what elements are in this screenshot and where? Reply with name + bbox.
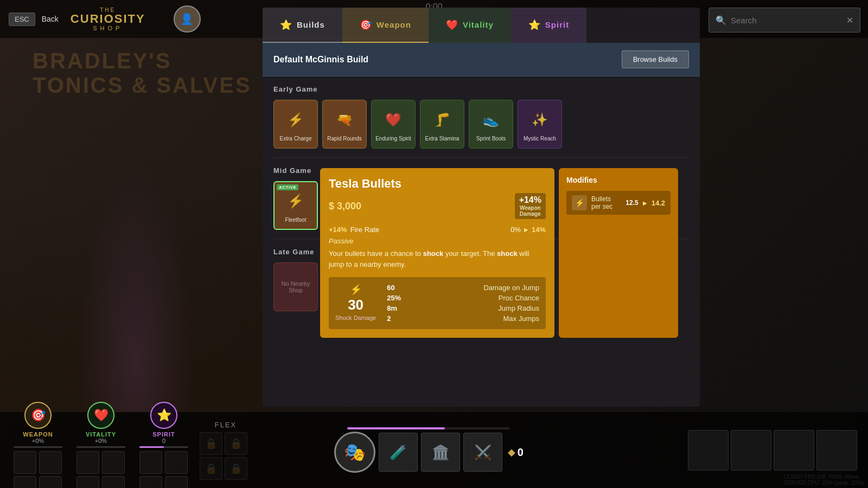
star-icon: ⭐ (280, 19, 292, 31)
tstat-max-jumps: 2 Max Jumps (387, 314, 539, 323)
flex-slot-4[interactable]: 🔒 (225, 457, 247, 480)
tooltip-shock-info: ⚡ 30 Shock Damage (335, 284, 376, 323)
no-shop-label: No Nearby Shop (278, 280, 313, 293)
search-close-icon[interactable]: ✕ (846, 15, 853, 25)
extra-charge-icon: ⚡ (282, 106, 309, 133)
spirit-slot-1[interactable] (139, 451, 162, 474)
currency-icon: ◆ (508, 446, 515, 458)
spirit-tab-icon: ⭐ (528, 19, 541, 31)
weapon-tab-icon: 🎯 (360, 19, 372, 31)
weapon-stat-name: WEAPON (23, 431, 53, 438)
stat-vitality-block: ❤️ VITALITY +0% (74, 402, 128, 489)
sprint-boots-icon: 👟 (477, 106, 505, 133)
vitality-stat-bar (76, 446, 125, 448)
right-slot-3[interactable] (774, 430, 814, 471)
tab-weapon-label: Weapon (376, 20, 411, 29)
nav-item-builds[interactable]: 🏛️ (421, 433, 460, 472)
tstat-radius-val: 8m (387, 304, 397, 312)
mystic-reach-icon: ✨ (526, 106, 553, 133)
tstat-damage-jump: 60 Damage on Jump (387, 284, 539, 292)
tstat-jumps-val: 2 (387, 314, 391, 323)
right-slot-4[interactable] (816, 430, 857, 471)
spirit-stat-slots (139, 451, 188, 489)
spirit-slot-2[interactable] (165, 451, 188, 474)
right-slot-1[interactable] (688, 430, 729, 471)
esc-button[interactable]: ESC (9, 12, 35, 26)
stat-weapon-block: 🎯 WEAPON +0% (11, 402, 65, 489)
flex-slot-3[interactable]: 🔒 (200, 457, 222, 480)
flex-slots: 🔒 🔒 🔒 🔒 (200, 432, 247, 480)
modifies-row: ⚡ Bullets per sec 12.5 ▶ 14.2 (566, 191, 671, 215)
tab-spirit[interactable]: ⭐ Spirit (511, 8, 586, 43)
xp-bar (347, 427, 510, 429)
weapon-stat-icon: 🎯 (24, 402, 52, 429)
character-silhouette (76, 168, 195, 412)
browse-builds-button[interactable]: Browse Builds (622, 50, 689, 68)
currency-value: 0 (518, 446, 524, 459)
weapon-slot-2[interactable] (39, 451, 62, 474)
vitality-slot-4[interactable] (102, 476, 125, 489)
tab-weapon[interactable]: 🎯 Weapon (342, 8, 429, 43)
weapon-stat-slots (14, 451, 62, 489)
nav-item-potions[interactable]: 🧪 (379, 433, 418, 472)
early-game-items: ⚡ Extra Charge 🔫 Rapid Rounds ❤️ Endurin… (273, 100, 689, 149)
tstat-jumps-label: Max Jumps (503, 314, 539, 323)
xp-bar-fill (347, 427, 445, 429)
item-fleetfoot[interactable]: ACTIVE ⚡ Fleetfoot (273, 181, 318, 230)
price-icon: $ (329, 201, 334, 211)
item-sprint-boots[interactable]: 👟 Sprint Boots (469, 100, 513, 149)
tooltip-price-area: $ 3,000 (329, 201, 361, 212)
item-enduring-spirit[interactable]: ❤️ Enduring Spirit (371, 100, 416, 149)
shock-value: 30 (348, 297, 363, 313)
tooltip-stat-label: Fire Rate (350, 226, 379, 234)
tooltip-bonus-label: WeaponDamage (519, 205, 541, 217)
tooltip-title: Tesla Bullets (329, 177, 546, 191)
rapid-rounds-label: Rapid Rounds (325, 136, 363, 142)
spirit-bar-fill (139, 446, 164, 448)
tooltip-stats-list: 60 Damage on Jump 25% Proc Chance 8m Jum… (387, 284, 539, 323)
vitality-slot-3[interactable] (76, 476, 99, 489)
weapon-slot-1[interactable] (14, 451, 36, 474)
search-bar[interactable]: 🔍 ✕ (709, 8, 860, 33)
character-area: BRADLEY'S TONICS & SALVES (0, 38, 263, 412)
tab-builds[interactable]: ⭐ Builds (263, 8, 342, 43)
char-portrait-button[interactable]: 🎭 (334, 432, 375, 473)
right-slot-2[interactable] (731, 430, 771, 471)
tooltip-main: Tesla Bullets $ 3,000 +14% WeaponDamage … (320, 168, 554, 338)
tooltip-stat-arrow-icon: ▶ (524, 227, 528, 233)
nav-item-weapons[interactable]: ⚔️ (463, 433, 502, 472)
flex-section: FLEX 🔒 🔒 🔒 🔒 (200, 421, 247, 480)
tab-vitality[interactable]: ❤️ Vitality (429, 8, 511, 43)
flex-slot-2[interactable]: 🔒 (225, 432, 247, 455)
sprint-boots-label: Sprint Boots (474, 136, 508, 142)
vitality-stat-slots (76, 451, 125, 489)
flex-slot-1[interactable]: 🔒 (200, 432, 222, 455)
item-extra-charge[interactable]: ⚡ Extra Charge (273, 100, 318, 149)
search-input[interactable] (731, 16, 842, 25)
vitality-slot-2[interactable] (102, 451, 125, 474)
tooltip-bonus-row: $ 3,000 +14% WeaponDamage (329, 193, 546, 219)
item-mystic-reach[interactable]: ✨ Mystic Reach (518, 100, 562, 149)
spirit-slot-3[interactable] (139, 476, 162, 489)
spirit-slot-4[interactable] (165, 476, 188, 489)
item-rapid-rounds[interactable]: 🔫 Rapid Rounds (322, 100, 367, 149)
character-avatar-top: 👤 (174, 5, 201, 33)
weapon-slot-3[interactable] (14, 476, 36, 489)
item-no-nearby-shop[interactable]: No Nearby Shop (273, 262, 318, 311)
search-icon: 🔍 (716, 15, 726, 25)
extra-stamina-icon: 🦵 (429, 106, 456, 133)
back-button[interactable]: Back (42, 15, 59, 23)
weapon-slot-4[interactable] (39, 476, 62, 489)
panel-header: Default McGinnis Build Browse Builds (263, 43, 700, 76)
modifies-arrow-icon: ▶ (643, 200, 647, 206)
rapid-rounds-icon: 🔫 (331, 106, 358, 133)
vitality-tab-icon: ❤️ (446, 19, 458, 31)
tstat-jump-radius: 8m Jump Radius (387, 304, 539, 312)
modifies-stat-name: Bullets per sec (591, 195, 621, 210)
item-extra-stamina[interactable]: 🦵 Extra Stamina (420, 100, 464, 149)
vitality-stat-name: VITALITY (86, 431, 116, 438)
tooltip-stat-from: 0% (510, 226, 521, 234)
vitality-slot-1[interactable] (76, 451, 99, 474)
mystic-reach-label: Mystic Reach (521, 136, 558, 142)
modifies-stat-from: 12.5 (626, 199, 638, 207)
